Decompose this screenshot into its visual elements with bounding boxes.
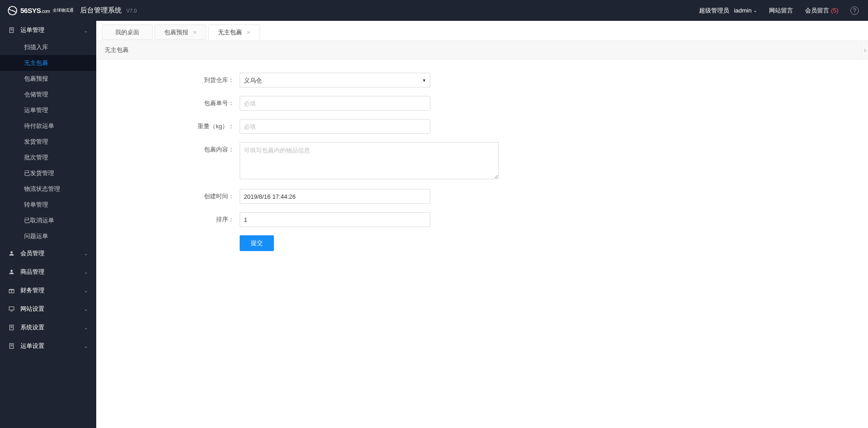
page-header: 无主包裹 › [96, 40, 868, 60]
nav-group-label: 运单管理 [20, 26, 44, 34]
user-icon [8, 269, 15, 275]
sidebar-item-scan-in[interactable]: 扫描入库 [0, 39, 96, 55]
package-no-label: 包裹单号： [115, 96, 240, 111]
sort-input[interactable] [240, 212, 430, 227]
user-block: 超级管理员 iadmin ⌄ [699, 6, 757, 15]
nav-group-site[interactable]: 网站设置⌄ [0, 300, 96, 318]
member-message-label: 会员留言 [805, 7, 829, 14]
chevron-down-icon: ⌄ [84, 288, 88, 294]
nav-group-goods[interactable]: 商品管理⌄ [0, 263, 96, 281]
sidebar: 运单管理⌃扫描入库无主包裹包裹预报仓储管理运单管理待付款运单发货管理批次管理已发… [0, 21, 96, 428]
sidebar-item-problem[interactable]: 问题运单 [0, 228, 96, 244]
chevron-down-icon: ⌄ [84, 269, 88, 275]
doc-icon [8, 343, 15, 349]
content-label: 包裹内容： [115, 142, 240, 157]
gift-icon [8, 287, 15, 294]
member-message-count: (5) [831, 7, 838, 14]
sidebar-item-ship[interactable]: 发货管理 [0, 134, 96, 150]
chevron-down-icon: ⌄ [753, 8, 757, 13]
nav-group-label: 商品管理 [20, 268, 44, 276]
nav-group-waybill-set[interactable]: 运单设置⌄ [0, 337, 96, 355]
user-icon [8, 250, 15, 257]
package-no-input[interactable] [240, 96, 430, 111]
tab-label: 无主包裹 [218, 28, 242, 37]
tab-label: 我的桌面 [115, 28, 139, 37]
sidebar-item-transfer[interactable]: 转单管理 [0, 197, 96, 213]
doc-icon [8, 27, 15, 33]
content-textarea[interactable] [240, 142, 499, 179]
tab-bar: 我的桌面包裹预报×无主包裹× [96, 21, 868, 40]
site-message-link[interactable]: 网站留言 [769, 6, 793, 15]
tab-unowned[interactable]: 无主包裹× [208, 25, 260, 40]
form-area: 到货仓库： 义乌仓 包裹单号： 重量（kg）： [96, 60, 868, 272]
member-message-link[interactable]: 会员留言 (5) [805, 6, 838, 15]
chevron-down-icon: ⌄ [84, 306, 88, 312]
close-icon[interactable]: × [247, 29, 250, 36]
weight-label: 重量（kg）： [115, 119, 240, 134]
brand-tag: 全球物流通 [53, 8, 74, 13]
nav-group-label: 运单设置 [20, 342, 44, 350]
svg-rect-7 [9, 307, 14, 310]
sidebar-item-logistics[interactable]: 物流状态管理 [0, 181, 96, 197]
top-header: 56SYS.com 全球物流通 后台管理系统 V7.0 超级管理员 iadmin… [0, 0, 868, 21]
chevron-up-icon: ⌃ [84, 27, 88, 33]
sidebar-item-storage[interactable]: 仓储管理 [0, 87, 96, 102]
submit-button[interactable]: 提交 [240, 235, 274, 251]
chevron-down-icon: ⌄ [84, 325, 88, 331]
role-label: 超级管理员 [699, 6, 729, 15]
created-input[interactable] [240, 189, 430, 204]
created-label: 创建时间： [115, 189, 240, 204]
username-label: iadmin [734, 7, 751, 14]
user-menu[interactable]: iadmin ⌄ [734, 7, 757, 14]
nav-group-label: 网站设置 [20, 305, 44, 313]
nav-group-label: 财务管理 [20, 286, 44, 295]
help-icon[interactable]: ? [850, 6, 859, 15]
main-area: 我的桌面包裹预报×无主包裹× 无主包裹 › 到货仓库： 义乌仓 包裹单号： [96, 21, 868, 428]
brand-main: 56SYS.com [20, 7, 50, 14]
system-title: 后台管理系统 [80, 6, 122, 15]
brand-logo: 56SYS.com 全球物流通 [7, 6, 74, 16]
nav-group-label: 系统设置 [20, 323, 44, 332]
tab-forecast[interactable]: 包裹预报× [155, 25, 206, 40]
nav-group-label: 会员管理 [20, 249, 44, 258]
close-icon[interactable]: × [193, 29, 197, 36]
sidebar-item-unowned[interactable]: 无主包裹 [0, 55, 96, 71]
nav-group-system[interactable]: 系统设置⌄ [0, 318, 96, 337]
nav-group-member[interactable]: 会员管理⌄ [0, 244, 96, 263]
sidebar-item-waybill-mgmt[interactable]: 运单管理 [0, 102, 96, 118]
nav-group-waybill[interactable]: 运单管理⌃ [0, 21, 96, 39]
nav-group-finance[interactable]: 财务管理⌄ [0, 281, 96, 300]
globe-logo-icon [7, 6, 18, 16]
sidebar-item-shipped[interactable]: 已发货管理 [0, 165, 96, 181]
sidebar-item-unpaid[interactable]: 待付款运单 [0, 118, 96, 134]
tab-desktop[interactable]: 我的桌面 [102, 25, 153, 40]
page-title: 无主包裹 [105, 46, 129, 54]
sidebar-item-forecast[interactable]: 包裹预报 [0, 71, 96, 87]
warehouse-label: 到货仓库： [115, 73, 240, 88]
warehouse-select[interactable]: 义乌仓 [240, 73, 430, 88]
monitor-icon [8, 306, 15, 312]
expand-icon[interactable]: › [862, 41, 868, 59]
tab-label: 包裹预报 [164, 28, 188, 37]
version-label: V7.0 [126, 8, 137, 13]
doc-icon [8, 324, 15, 331]
chevron-down-icon: ⌄ [84, 343, 88, 349]
weight-input[interactable] [240, 119, 430, 134]
sidebar-item-canceled[interactable]: 已取消运单 [0, 213, 96, 228]
chevron-down-icon: ⌄ [84, 251, 88, 257]
sort-label: 排序： [115, 212, 240, 227]
sidebar-item-batch[interactable]: 批次管理 [0, 150, 96, 165]
